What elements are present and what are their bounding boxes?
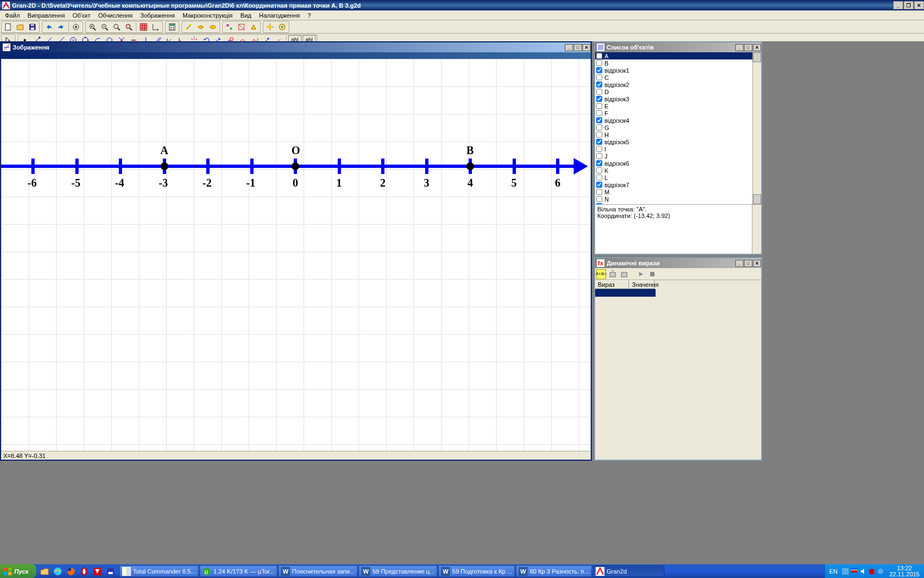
- ql-app2-icon[interactable]: [105, 565, 117, 577]
- object-item[interactable]: відрізок2: [595, 81, 761, 88]
- object-checkbox[interactable]: [596, 74, 602, 80]
- dynamic-max-button[interactable]: □: [744, 260, 752, 267]
- close-button[interactable]: ✕: [914, 1, 924, 9]
- undo-icon[interactable]: [43, 22, 54, 32]
- tray-icon-5[interactable]: [877, 568, 884, 575]
- properties-icon[interactable]: [70, 22, 81, 32]
- new-file-icon[interactable]: [3, 22, 14, 32]
- object-checkbox[interactable]: [596, 139, 602, 145]
- menu-image[interactable]: Зображення: [136, 11, 179, 20]
- dyn-edit-icon[interactable]: [619, 269, 629, 279]
- object-item[interactable]: L: [595, 174, 761, 181]
- object-checkbox[interactable]: [596, 160, 602, 166]
- object-item[interactable]: H: [595, 131, 761, 138]
- tray-flag-icon[interactable]: [851, 568, 857, 575]
- tray-shield-icon[interactable]: [868, 568, 875, 575]
- object-checkbox[interactable]: [596, 132, 602, 138]
- tool-3-icon[interactable]: [207, 22, 218, 32]
- dynamic-close-button[interactable]: ✕: [753, 260, 761, 267]
- object-checkbox[interactable]: [596, 124, 602, 130]
- restore-button[interactable]: ❐: [904, 1, 914, 9]
- save-file-icon[interactable]: [27, 22, 38, 32]
- dyn-play-icon[interactable]: [636, 269, 646, 279]
- ql-app1-icon[interactable]: [91, 565, 103, 577]
- system-tray[interactable]: EN 13:22 22.11.2015: [824, 564, 924, 578]
- menu-help[interactable]: ?: [304, 11, 315, 20]
- axes-icon[interactable]: [150, 22, 161, 32]
- tool-1-icon[interactable]: [183, 22, 194, 32]
- ql-explorer-icon[interactable]: [38, 565, 51, 577]
- objects-scrollbar[interactable]: [752, 52, 761, 204]
- objects-max-button[interactable]: □: [744, 44, 752, 51]
- objects-close-button[interactable]: ✕: [753, 44, 761, 51]
- object-item[interactable]: J: [595, 152, 761, 160]
- object-item[interactable]: відрізок5: [595, 138, 761, 145]
- object-checkbox[interactable]: [596, 189, 602, 195]
- dyn-col-value[interactable]: Значення: [629, 280, 654, 289]
- menu-edit[interactable]: Виправлення: [24, 11, 69, 20]
- canvas-max-button[interactable]: □: [574, 44, 582, 51]
- point-B[interactable]: [466, 162, 474, 170]
- object-checkbox[interactable]: [596, 117, 602, 123]
- object-checkbox[interactable]: [596, 110, 602, 116]
- object-checkbox[interactable]: [596, 167, 602, 173]
- task-button[interactable]: µ1.24 K/173 K — µTor...: [200, 565, 277, 577]
- task-button[interactable]: Gran2d: [593, 565, 664, 577]
- tool-8-icon[interactable]: [277, 22, 288, 32]
- objects-list[interactable]: ABвідрізок1Cвідрізок2Dвідрізок3EFвідрізо…: [595, 52, 761, 204]
- object-item[interactable]: відрізок4: [595, 117, 761, 124]
- menu-object[interactable]: Об'єкт: [69, 11, 95, 20]
- object-item[interactable]: G: [595, 124, 761, 131]
- object-item[interactable]: D: [595, 88, 761, 95]
- object-checkbox[interactable]: [596, 196, 602, 202]
- object-item[interactable]: E: [595, 102, 761, 110]
- point-O[interactable]: [292, 162, 299, 170]
- menu-debug[interactable]: Налагодження: [255, 11, 304, 20]
- tool-6-icon[interactable]: [248, 22, 259, 32]
- dynamic-table[interactable]: Вираз Значення: [595, 280, 761, 297]
- task-button[interactable]: W60 Кр 3 Разность, п...: [516, 565, 592, 577]
- object-item[interactable]: відрізок1: [595, 67, 761, 74]
- redo-icon[interactable]: [56, 22, 67, 32]
- object-checkbox[interactable]: [596, 81, 602, 88]
- dyn-add-icon[interactable]: A+B=: [596, 269, 606, 279]
- object-item[interactable]: K: [595, 167, 761, 174]
- object-item[interactable]: I: [595, 145, 761, 152]
- object-checkbox[interactable]: [596, 67, 602, 73]
- zoom-fit-icon[interactable]: [123, 22, 134, 32]
- dyn-del-icon[interactable]: [608, 269, 618, 279]
- task-button[interactable]: W59 Подготовка к Кр ...: [438, 565, 515, 577]
- tool-4-icon[interactable]: [224, 22, 235, 32]
- calc-icon[interactable]: [167, 22, 178, 32]
- object-item[interactable]: відрізок6: [595, 160, 761, 167]
- object-checkbox[interactable]: [596, 153, 602, 159]
- tray-clock[interactable]: 13:22 22.11.2015: [889, 565, 920, 577]
- tool-5-icon[interactable]: [236, 22, 247, 32]
- dyn-stop-icon[interactable]: [647, 269, 657, 279]
- object-item[interactable]: C: [595, 74, 761, 81]
- object-item[interactable]: A: [595, 52, 761, 59]
- grid-icon[interactable]: [138, 22, 149, 32]
- task-button[interactable]: W59 Представление ц...: [359, 565, 437, 577]
- minimize-button[interactable]: _: [893, 1, 903, 9]
- menu-view[interactable]: Вид: [237, 11, 255, 20]
- dyn-col-expr[interactable]: Вираз: [595, 280, 629, 289]
- ql-firefox-icon[interactable]: [65, 565, 77, 577]
- object-checkbox[interactable]: [596, 175, 602, 181]
- zoom-reset-icon[interactable]: [111, 22, 122, 32]
- menu-macro[interactable]: Макроконструкція: [179, 11, 237, 20]
- object-checkbox[interactable]: [596, 96, 602, 102]
- object-checkbox[interactable]: [596, 53, 602, 59]
- zoom-out-icon[interactable]: [99, 22, 110, 32]
- dynamic-min-button[interactable]: _: [735, 260, 744, 267]
- tool-2-icon[interactable]: [195, 22, 206, 32]
- object-item[interactable]: N: [595, 195, 761, 203]
- menu-compute[interactable]: Обчислення: [95, 11, 137, 20]
- task-button[interactable]: WПояснительная запи...: [278, 565, 358, 577]
- point-A[interactable]: [161, 162, 168, 170]
- start-button[interactable]: Пуск: [0, 564, 36, 578]
- ql-ie-icon[interactable]: [52, 565, 64, 577]
- canvas-close-button[interactable]: ✕: [582, 44, 591, 51]
- tray-volume-icon[interactable]: [860, 568, 866, 575]
- object-checkbox[interactable]: [596, 60, 602, 66]
